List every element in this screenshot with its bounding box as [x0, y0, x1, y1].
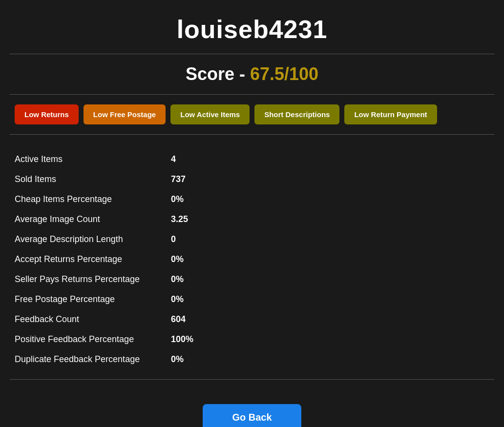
stat-value: 0: [171, 234, 176, 244]
badge-short-descriptions[interactable]: Short Descriptions: [254, 104, 339, 124]
score-section: Score - 67.5/100: [186, 64, 318, 84]
stat-row: Average Description Length0: [15, 229, 489, 249]
badge-low-returns[interactable]: Low Returns: [15, 104, 79, 124]
stat-value: 4: [171, 154, 176, 164]
divider-stats: [10, 379, 494, 380]
divider-top: [10, 54, 494, 54]
stat-label: Active Items: [15, 154, 171, 164]
stat-label: Free Postage Percentage: [15, 294, 171, 305]
stat-row: Free Postage Percentage0%: [15, 289, 489, 309]
stat-value: 3.25: [171, 214, 188, 224]
stat-value: 0%: [171, 354, 184, 365]
stat-label: Feedback Count: [15, 314, 171, 325]
go-back-button[interactable]: Go Back: [203, 404, 301, 427]
badge-low-return-payment[interactable]: Low Return Payment: [344, 104, 437, 124]
stat-row: Duplicate Feedback Percentage0%: [15, 349, 489, 369]
stat-label: Average Description Length: [15, 234, 171, 244]
stat-row: Cheap Items Percentage0%: [15, 189, 489, 209]
stat-label: Duplicate Feedback Percentage: [15, 354, 171, 365]
stat-label: Average Image Count: [15, 214, 171, 224]
stat-row: Feedback Count604: [15, 309, 489, 329]
badge-low-active-items[interactable]: Low Active Items: [170, 104, 250, 124]
stat-value: 0%: [171, 274, 184, 285]
stat-row: Average Image Count3.25: [15, 209, 489, 229]
score-label: Score -: [186, 64, 250, 84]
badge-low-free-postage[interactable]: Low Free Postage: [84, 104, 166, 124]
stat-value: 0%: [171, 254, 184, 264]
stat-value: 604: [171, 314, 186, 325]
stat-row: Positive Feedback Percentage100%: [15, 329, 489, 349]
stat-value: 0%: [171, 294, 184, 305]
stat-row: Accept Returns Percentage0%: [15, 249, 489, 269]
score-value: 67.5/100: [250, 64, 318, 84]
stat-label: Seller Pays Returns Percentage: [15, 274, 171, 285]
stat-value: 0%: [171, 194, 184, 204]
stat-label: Positive Feedback Percentage: [15, 334, 171, 345]
stat-row: Sold Items737: [15, 169, 489, 189]
stat-label: Sold Items: [15, 174, 171, 184]
page-wrapper: louiseb4231 Score - 67.5/100 Low Returns…: [0, 0, 504, 427]
stat-value: 737: [171, 174, 186, 184]
stat-label: Accept Returns Percentage: [15, 254, 171, 264]
stat-label: Cheap Items Percentage: [15, 194, 171, 204]
divider-score: [10, 94, 494, 95]
stat-row: Seller Pays Returns Percentage0%: [15, 269, 489, 289]
seller-title: louiseb4231: [177, 15, 328, 44]
stat-value: 100%: [171, 334, 193, 345]
divider-badges: [10, 134, 494, 135]
badges-section: Low ReturnsLow Free PostageLow Active It…: [10, 104, 494, 124]
stats-section: Active Items4Sold Items737Cheap Items Pe…: [10, 144, 494, 379]
stat-row: Active Items4: [15, 149, 489, 169]
